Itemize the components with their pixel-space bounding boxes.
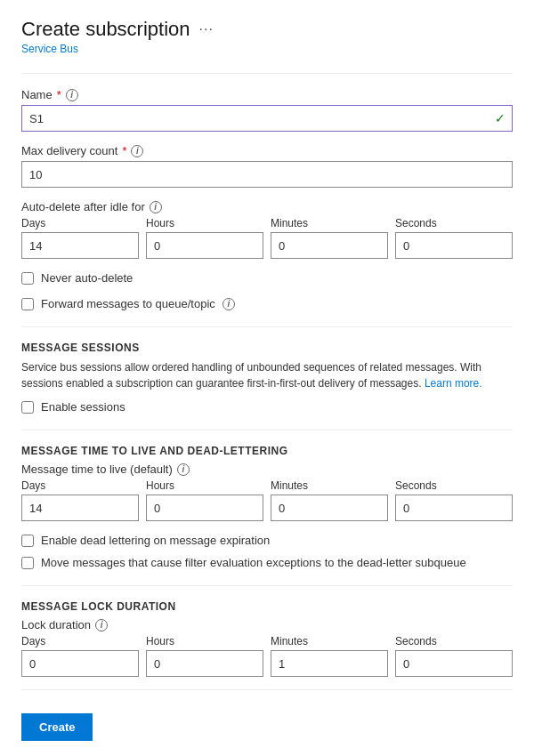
header-divider [21, 73, 513, 74]
lock-days-input[interactable] [21, 650, 139, 677]
section-divider-3 [21, 585, 513, 586]
name-required-star: * [57, 88, 61, 101]
ttl-minutes-input[interactable] [271, 495, 388, 521]
lock-duration-heading: MESSAGE LOCK DURATION [21, 600, 513, 613]
lock-duration-grid: Days Hours Minutes Seconds [21, 635, 513, 677]
auto-delete-info-icon[interactable]: i [150, 201, 162, 213]
ttl-minutes-group: Minutes [271, 479, 388, 521]
never-auto-delete-row: Never auto-delete [21, 271, 513, 285]
lock-hours-group: Hours [146, 635, 263, 677]
message-sessions-heading: MESSAGE SESSIONS [21, 342, 513, 354]
ttl-hours-group: Hours [146, 479, 263, 521]
ttl-days-label: Days [21, 479, 139, 492]
lock-duration-field-group: Lock duration i Days Hours Minutes Secon… [21, 618, 513, 677]
auto-delete-seconds-group: Seconds [395, 217, 513, 259]
auto-delete-minutes-input[interactable] [271, 232, 388, 259]
lock-duration-info-icon[interactable]: i [95, 619, 108, 631]
ttl-grid: Days Hours Minutes Seconds [21, 479, 513, 521]
max-delivery-count-field-group: Max delivery count * i [21, 144, 513, 188]
enable-sessions-checkbox[interactable] [21, 401, 34, 414]
page-title: Create subscription [21, 18, 190, 41]
name-input[interactable] [21, 105, 513, 132]
dead-letter-checkbox[interactable] [21, 535, 34, 547]
auto-delete-hours-label: Hours [146, 217, 263, 229]
never-auto-delete-label[interactable]: Never auto-delete [41, 271, 133, 285]
forward-messages-info-icon[interactable]: i [222, 298, 235, 310]
message-sessions-learn-more-link[interactable]: Learn more. [425, 377, 482, 390]
ttl-minutes-label: Minutes [271, 479, 388, 492]
bottom-bar: Create [21, 689, 513, 741]
enable-sessions-label[interactable]: Enable sessions [41, 400, 125, 414]
ttl-hours-label: Hours [146, 479, 263, 492]
auto-delete-field-group: Auto-delete after idle for i Days Hours … [21, 200, 513, 259]
max-delivery-info-icon[interactable]: i [131, 145, 143, 157]
section-divider-2 [21, 430, 513, 430]
auto-delete-grid: Days Hours Minutes Seconds [21, 217, 513, 259]
max-delivery-count-input[interactable] [21, 161, 513, 188]
enable-sessions-row: Enable sessions [21, 400, 513, 414]
ttl-days-group: Days [21, 479, 139, 521]
name-label: Name * i [21, 88, 513, 101]
ttl-info-icon[interactable]: i [177, 463, 190, 476]
name-input-wrapper: ✓ [21, 105, 513, 132]
message-ttl-heading: MESSAGE TIME TO LIVE AND DEAD-LETTERING [21, 445, 513, 457]
ttl-days-input[interactable] [21, 495, 139, 521]
auto-delete-minutes-label: Minutes [271, 217, 388, 229]
ttl-field-group: Message time to live (default) i Days Ho… [21, 462, 513, 521]
auto-delete-minutes-group: Minutes [271, 217, 388, 259]
lock-seconds-group: Seconds [395, 635, 513, 677]
lock-duration-label: Lock duration i [21, 618, 513, 631]
ttl-label: Message time to live (default) i [21, 462, 513, 476]
never-auto-delete-checkbox[interactable] [21, 272, 34, 285]
auto-delete-days-label: Days [21, 217, 139, 229]
message-sessions-description: Service bus sessions allow ordered handl… [21, 359, 513, 391]
dead-letter-row: Enable dead lettering on message expirat… [21, 534, 513, 547]
create-button[interactable]: Create [21, 713, 93, 741]
forward-messages-row: Forward messages to queue/topic i [21, 297, 513, 310]
dead-letter-label[interactable]: Enable dead lettering on message expirat… [41, 534, 270, 547]
ttl-hours-input[interactable] [146, 495, 263, 521]
lock-days-group: Days [21, 635, 139, 677]
forward-messages-checkbox[interactable] [21, 298, 34, 310]
ttl-seconds-group: Seconds [395, 479, 513, 521]
max-delivery-count-label: Max delivery count * i [21, 144, 513, 157]
lock-minutes-group: Minutes [271, 635, 388, 677]
lock-seconds-label: Seconds [395, 635, 513, 647]
ellipsis-menu-icon[interactable]: ··· [199, 21, 214, 37]
section-divider-1 [21, 326, 513, 327]
auto-delete-hours-input[interactable] [146, 232, 263, 259]
auto-delete-days-group: Days [21, 217, 139, 259]
filter-exception-label[interactable]: Move messages that cause filter evaluati… [41, 556, 466, 569]
name-field-group: Name * i ✓ [21, 88, 513, 132]
max-delivery-required-star: * [122, 144, 126, 157]
auto-delete-seconds-label: Seconds [395, 217, 513, 229]
ttl-seconds-input[interactable] [395, 495, 513, 521]
auto-delete-days-input[interactable] [21, 232, 139, 259]
lock-seconds-input[interactable] [395, 650, 513, 677]
auto-delete-hours-group: Hours [146, 217, 263, 259]
filter-exception-row: Move messages that cause filter evaluati… [21, 556, 513, 569]
name-info-icon[interactable]: i [66, 89, 78, 101]
lock-minutes-input[interactable] [271, 650, 388, 677]
forward-messages-label[interactable]: Forward messages to queue/topic [41, 297, 215, 310]
lock-hours-input[interactable] [146, 650, 263, 677]
name-check-icon: ✓ [495, 111, 506, 125]
lock-hours-label: Hours [146, 635, 263, 647]
ttl-seconds-label: Seconds [395, 479, 513, 492]
page-subtitle: Service Bus [21, 43, 513, 55]
lock-minutes-label: Minutes [271, 635, 388, 647]
lock-days-label: Days [21, 635, 139, 647]
auto-delete-label: Auto-delete after idle for i [21, 200, 513, 213]
auto-delete-seconds-input[interactable] [395, 232, 513, 259]
filter-exception-checkbox[interactable] [21, 557, 34, 569]
